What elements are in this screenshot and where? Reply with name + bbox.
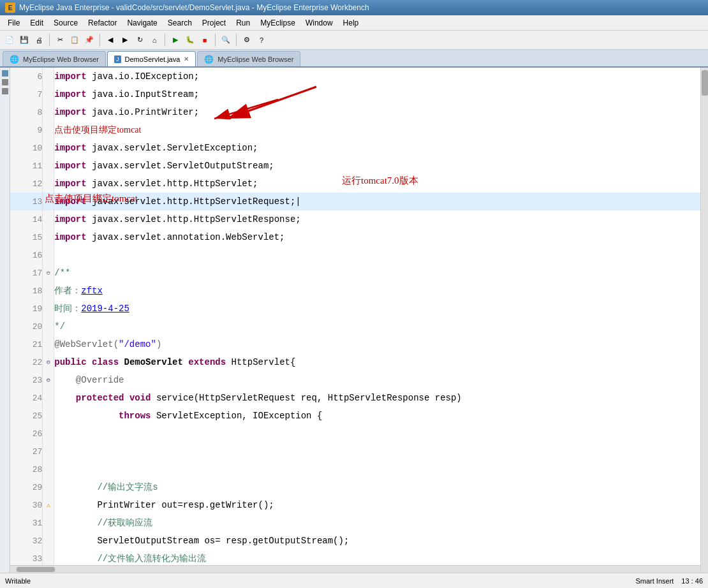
- code-cell[interactable]: @WebServlet("/demo"): [54, 335, 700, 353]
- table-row: 20 */: [10, 318, 700, 335]
- menu-source[interactable]: Source: [48, 17, 83, 29]
- code-cell[interactable]: import javax.servlet.annotation.WebServl…: [54, 228, 700, 246]
- toolbar-settings-btn[interactable]: ⚙: [240, 33, 254, 47]
- toolbar-help-btn[interactable]: ?: [254, 33, 269, 47]
- line-gutter: [43, 425, 54, 443]
- line-gutter: [43, 335, 54, 353]
- menu-edit[interactable]: Edit: [25, 17, 48, 29]
- line-number: 12: [10, 175, 43, 193]
- line-number: 32: [10, 532, 43, 550]
- menu-refactor[interactable]: Refactor: [83, 17, 122, 29]
- tab-demoservlet[interactable]: J DemoServlet.java ✕: [107, 51, 196, 66]
- gutter-icon-1: [2, 70, 8, 77]
- code-cell[interactable]: import java.io.IOException;: [54, 68, 700, 85]
- toolbar-search-btn[interactable]: 🔍: [219, 33, 233, 47]
- tab-browser2-icon: 🌐: [204, 55, 214, 64]
- line-gutter: [43, 532, 54, 550]
- code-cell[interactable]: @Override: [54, 371, 700, 389]
- line-gutter: [43, 514, 54, 532]
- toolbar-home-btn[interactable]: ⌂: [147, 33, 161, 47]
- table-row: 23 ⊖ @Override: [10, 371, 700, 389]
- line-number: 33: [10, 550, 43, 565]
- code-cell[interactable]: [54, 246, 700, 264]
- code-cell[interactable]: ServletOutputStream os= resp.getOutputSt…: [54, 532, 700, 550]
- menu-project[interactable]: Project: [197, 17, 231, 29]
- line-gutter: [43, 68, 54, 85]
- app-icon: E: [5, 3, 15, 13]
- tab-browser2[interactable]: 🌐 MyEclipse Web Browser: [197, 51, 300, 66]
- code-cell[interactable]: protected void service(HttpServletReques…: [54, 389, 700, 407]
- code-cell[interactable]: import java.io.PrintWriter;: [54, 103, 700, 121]
- table-row: 30 ⚠ PrintWriter out=resp.getWriter();: [10, 496, 700, 514]
- line-gutter: [43, 210, 54, 228]
- toolbar: 📄 💾 🖨 ✂ 📋 📌 ◀ ▶ ↻ ⌂ ▶ 🐛 ■ 🔍 ⚙ ?: [0, 31, 708, 50]
- code-cell[interactable]: 点击使项目绑定tomcat: [54, 121, 700, 139]
- table-row: 28: [10, 460, 700, 478]
- code-cell[interactable]: import javax.servlet.ServletOutputStream…: [54, 157, 700, 175]
- tab-browser1[interactable]: 🌐 MyEclipse Web Browser: [3, 51, 106, 66]
- code-cell[interactable]: PrintWriter out=resp.getWriter();: [54, 496, 700, 514]
- code-cell[interactable]: 作者：zftx: [54, 282, 700, 300]
- line-gutter: [43, 460, 54, 478]
- code-cell[interactable]: throws ServletException, IOException {: [54, 407, 700, 425]
- table-row: 26: [10, 425, 700, 443]
- code-cell[interactable]: import javax.servlet.http.HttpServlet;: [54, 175, 700, 193]
- table-row: 18 作者：zftx: [10, 282, 700, 300]
- menu-search[interactable]: Search: [163, 17, 197, 29]
- table-row: 19 时间：2019-4-25: [10, 300, 700, 318]
- toolbar-paste-btn[interactable]: 📌: [82, 33, 96, 47]
- code-cell[interactable]: [54, 443, 700, 460]
- toolbar-cut-btn[interactable]: ✂: [53, 33, 67, 47]
- menu-navigate[interactable]: Navigate: [122, 17, 162, 29]
- menu-help[interactable]: Help: [338, 17, 364, 29]
- line-gutter: [43, 103, 54, 121]
- toolbar-print-btn[interactable]: 🖨: [32, 33, 46, 47]
- code-cell[interactable]: [54, 425, 700, 443]
- tabs-bar: 🌐 MyEclipse Web Browser J DemoServlet.ja…: [0, 50, 708, 68]
- code-cell[interactable]: /**: [54, 264, 700, 282]
- code-editor[interactable]: 6 import java.io.IOException; 7 import j…: [10, 68, 700, 573]
- line-number: 20: [10, 318, 43, 335]
- line-gutter: [43, 85, 54, 103]
- code-cell[interactable]: import javax.servlet.ServletException;: [54, 139, 700, 157]
- toolbar-new-btn[interactable]: 📄: [3, 33, 17, 47]
- code-cell[interactable]: //文件输入流转化为输出流: [54, 550, 700, 565]
- table-row: 7 import java.io.InputStream;: [10, 85, 700, 103]
- toolbar-back-btn[interactable]: ◀: [103, 33, 117, 47]
- toolbar-forward-btn[interactable]: ▶: [118, 33, 132, 47]
- toolbar-run-btn[interactable]: ▶: [168, 33, 182, 47]
- table-row: 12 import javax.servlet.http.HttpServlet…: [10, 175, 700, 193]
- menu-run[interactable]: Run: [231, 17, 255, 29]
- menu-window[interactable]: Window: [300, 17, 338, 29]
- code-cell[interactable]: import javax.servlet.http.HttpServletReq…: [54, 193, 700, 210]
- line-number: 17: [10, 264, 43, 282]
- code-cell[interactable]: 时间：2019-4-25: [54, 300, 700, 318]
- line-gutter: [43, 443, 54, 460]
- scrollbar-vertical[interactable]: [700, 68, 708, 573]
- tab-demoservlet-close[interactable]: ✕: [184, 56, 189, 62]
- menu-myeclipse[interactable]: MyEclipse: [255, 17, 300, 29]
- code-cell[interactable]: import javax.servlet.http.HttpServletRes…: [54, 210, 700, 228]
- tab-demoservlet-icon: J: [114, 55, 121, 63]
- code-cell[interactable]: public class DemoServlet extends HttpSer…: [54, 353, 700, 371]
- line-gutter: ⊖: [43, 371, 54, 389]
- line-gutter: [43, 139, 54, 157]
- toolbar-copy-btn[interactable]: 📋: [68, 33, 82, 47]
- toolbar-save-btn[interactable]: 💾: [17, 33, 31, 47]
- table-row: 15 import javax.servlet.annotation.WebSe…: [10, 228, 700, 246]
- code-scroll-area[interactable]: 6 import java.io.IOException; 7 import j…: [10, 68, 700, 565]
- scrollbar-horizontal[interactable]: [10, 565, 700, 573]
- left-gutter: [0, 68, 10, 573]
- toolbar-group-run: ▶ 🐛 ■: [168, 33, 212, 47]
- table-row: 32 ServletOutputStream os= resp.getOutpu…: [10, 532, 700, 550]
- code-cell[interactable]: import java.io.InputStream;: [54, 85, 700, 103]
- menu-file[interactable]: File: [3, 17, 25, 29]
- toolbar-refresh-btn[interactable]: ↻: [133, 33, 147, 47]
- toolbar-debug-btn[interactable]: 🐛: [183, 33, 197, 47]
- code-cell[interactable]: //获取响应流: [54, 514, 700, 532]
- code-cell[interactable]: */: [54, 318, 700, 335]
- code-cell[interactable]: [54, 460, 700, 478]
- toolbar-sep-3: [165, 34, 165, 47]
- toolbar-stop-btn[interactable]: ■: [198, 33, 212, 47]
- code-cell[interactable]: //输出文字流s: [54, 478, 700, 496]
